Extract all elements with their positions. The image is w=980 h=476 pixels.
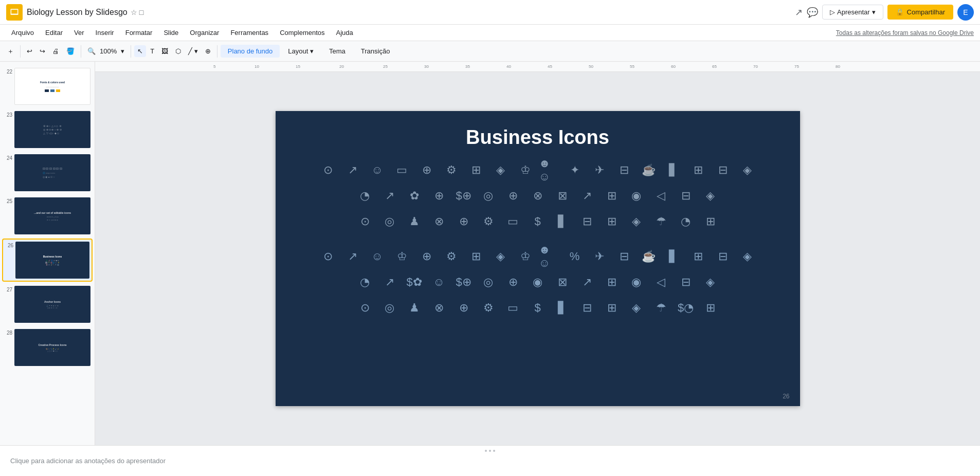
icon2-rocket: ↗ xyxy=(341,245,364,268)
icon-dollar-search: $⊕ xyxy=(452,185,475,207)
text-tool[interactable]: T xyxy=(147,45,157,57)
slide-panel: 22 Fonts & colors used ──────────── 23 xyxy=(0,62,95,445)
icon-spreadsheet: ⊞ xyxy=(601,185,623,207)
ruler-horizontal: 5 10 15 20 25 30 35 40 45 50 55 60 65 70… xyxy=(95,62,980,72)
tema-tab[interactable]: Tema xyxy=(322,45,353,58)
separator-4 xyxy=(217,45,217,58)
slide-num-26: 26 xyxy=(5,242,13,248)
icon2-gear: ⚙ xyxy=(440,245,463,268)
notes-placeholder[interactable]: Clique para adicionar as anotações do ap… xyxy=(10,457,166,465)
slide-thumb-24[interactable]: 24 ⊟ ⊟ ⊟ ⊟ ⊟ ⊟ 🌐 map icons ◎ ◉ ● ⊙ ○ xyxy=(2,152,93,193)
zoom-control[interactable]: 🔍 100% ▾ xyxy=(84,45,128,57)
slide-num-22: 22 xyxy=(4,68,12,75)
icon2-tag-dollar: $⊕ xyxy=(452,271,475,294)
slide-thumb-27[interactable]: 27 Anchor Icons ⚓ ☂ ⚑ ✿ ✦ ❖ ◎ ⊕ ⊗ ⊙ ○ ⊘ xyxy=(2,284,93,325)
zoom-level: 100% xyxy=(100,47,117,55)
dot-1 xyxy=(485,450,487,452)
menu-ver[interactable]: Ver xyxy=(69,27,89,39)
icons-row-4: ⊙ ↗ ☺ ♔ ⊕ ⚙ ⊞ ◈ ♔ ☻☺ % ✈ ⊟ xyxy=(296,245,779,268)
image-tool[interactable]: 🖼 xyxy=(158,45,171,57)
menu-ajuda[interactable]: Ajuda xyxy=(331,27,358,39)
icon-bar-chart2: ▋ xyxy=(551,210,574,233)
icon2-dollar-plant: $✿ xyxy=(403,271,426,294)
menu-slide[interactable]: Slide xyxy=(158,27,184,39)
slide-thumb-26[interactable]: 26 Business Icons 💲 🚀 👤 ⚙ 🖥 🛡 📈 🌱 🎯 🌐 🛒 … xyxy=(2,239,93,282)
thumb-img-25: ...and our set of editable icons ○ ⊕ ⊗ ⊘… xyxy=(14,197,90,234)
compartilhar-button[interactable]: 🔒 Compartilhar xyxy=(887,5,953,20)
comment-icon: 💬 xyxy=(807,7,818,18)
undo-button[interactable]: ↩ xyxy=(24,45,35,57)
icon2-pie-chart: ◔ xyxy=(354,271,376,294)
menu-ferramentas[interactable]: Ferramentas xyxy=(225,27,274,39)
slide-thumb-28[interactable]: 28 Creative Process Icons 🎨 ✏ 🔧 💡 🖌 ⚡ △ … xyxy=(2,327,93,368)
icon2-clock: ⊙ xyxy=(354,297,376,319)
slide-num-23: 23 xyxy=(4,111,12,118)
menu-editar[interactable]: Editar xyxy=(40,27,68,39)
thumb-img-27: Anchor Icons ⚓ ☂ ⚑ ✿ ✦ ❖ ◎ ⊕ ⊗ ⊙ ○ ⊘ xyxy=(14,286,90,323)
paintformat-button[interactable]: 🪣 xyxy=(63,45,78,57)
add-button[interactable]: ＋ xyxy=(4,45,17,58)
cursor-tool[interactable]: ↖ xyxy=(134,45,146,57)
apresentar-button[interactable]: ▷ Apresentar ▾ xyxy=(822,5,883,20)
menu-formatar[interactable]: Formatar xyxy=(120,27,158,39)
transicao-tab[interactable]: Transição xyxy=(354,45,397,58)
folder-icon[interactable]: □ xyxy=(139,8,143,16)
menu-complementos[interactable]: Complementos xyxy=(275,27,330,39)
icon-lightbulb: ◉ xyxy=(625,185,648,207)
user-initial: E xyxy=(963,8,968,16)
icon-plane: ✈ xyxy=(588,159,611,181)
star-icon[interactable]: ☆ xyxy=(131,8,137,16)
slide-canvas[interactable]: Business Icons ⊙ ↗ ☺ ▭ ⊕ ⚙ ⊞ ◈ xyxy=(276,111,800,406)
slide-thumb-23[interactable]: 23 ⚙ ⊕ ○ △ □ ◇ ⭘ ◎ ⊗ ⊙ ⊕ ○ ⊗ ⊘ △ ▽ ◁ ▷ ◆… xyxy=(2,109,93,150)
icons-row-3: ⊙ ◎ ♟ ⊗ ⊕ ⚙ ▭ $ ▋ ⊟ ⊞ ◈ ☂ xyxy=(296,210,779,233)
shapes-tool[interactable]: ⬡ xyxy=(172,45,184,57)
icon2-chess: ♟ xyxy=(403,297,426,319)
icon2-spreadsheet: ⊞ xyxy=(601,271,623,294)
icon-search-pin: ⊗ xyxy=(527,185,549,207)
print-button[interactable]: 🖨 xyxy=(49,45,62,57)
redo-button[interactable]: ↪ xyxy=(37,45,48,57)
lock-icon: 🔒 xyxy=(896,8,904,16)
layout-tab[interactable]: Layout ▾ xyxy=(281,45,321,58)
icon2-trophy: ♔ xyxy=(514,245,537,268)
zoom-in-button[interactable]: ▾ xyxy=(118,45,128,57)
more-tool[interactable]: ⊕ xyxy=(202,45,214,57)
slide-thumb-25[interactable]: 25 ...and our set of editable icons ○ ⊕ … xyxy=(2,195,93,236)
icon-money: ◈ xyxy=(625,210,648,233)
menu-inserir[interactable]: Inserir xyxy=(90,27,119,39)
doc-title-icons: ☆ □ xyxy=(131,8,143,16)
menu-arquivo[interactable]: Arquivo xyxy=(6,27,39,39)
icon-laptop-chart: ⊞ xyxy=(465,159,487,181)
line-tool[interactable]: ╱ ▾ xyxy=(185,45,201,57)
icon-gear2: ⚙ xyxy=(477,210,500,233)
icon-trophy: ♔ xyxy=(514,159,537,181)
separator-1 xyxy=(20,45,21,58)
save-status: Todas as alterações foram salvas no Goog… xyxy=(836,29,974,36)
separator-3 xyxy=(131,45,131,58)
icon-globe: ⊕ xyxy=(502,185,524,207)
trending-icon: ↗ xyxy=(795,7,803,18)
menu-organizar[interactable]: Organizar xyxy=(185,27,224,39)
zoom-out-button[interactable]: 🔍 xyxy=(84,45,99,57)
icon-bar-chart: ▋ xyxy=(662,159,685,181)
icon-id-card: ⊟ xyxy=(675,185,697,207)
icon2-laptop: ⊞ xyxy=(465,245,487,268)
icons-gap xyxy=(296,236,779,242)
icons-row-5: ◔ ↗ $✿ ☺ $⊕ ◎ ⊕ ◉ ⊠ ↗ ⊞ ◉ ◁ xyxy=(296,271,779,294)
icon2-person2: ☺ xyxy=(428,271,450,294)
plano-fundo-tab[interactable]: Plano de fundo xyxy=(221,45,280,58)
icon2-id-card: ⊟ xyxy=(675,271,697,294)
slide-num-24: 24 xyxy=(4,154,12,161)
avatar[interactable]: E xyxy=(957,4,974,21)
dot-3 xyxy=(493,450,495,452)
slide-thumb-22[interactable]: 22 Fonts & colors used ──────────── xyxy=(2,66,93,107)
icon-coffee: ☕ xyxy=(638,159,660,181)
icons-row-6: ⊙ ◎ ♟ ⊗ ⊕ ⚙ ▭ $ ▋ ⊟ ⊞ ◈ ☂ xyxy=(296,297,779,319)
canvas-wrapper: Business Icons ⊙ ↗ ☺ ▭ ⊕ ⚙ ⊞ ◈ xyxy=(95,72,980,445)
notes-area[interactable]: Clique para adicionar as anotações do ap… xyxy=(0,445,980,476)
chevron-down-icon-layout: ▾ xyxy=(310,47,314,55)
slide-num-28: 28 xyxy=(4,329,12,336)
icon2-shield: ◈ xyxy=(489,245,512,268)
icon-pie-chart: ◔ xyxy=(354,185,376,207)
svg-rect-1 xyxy=(11,10,17,14)
